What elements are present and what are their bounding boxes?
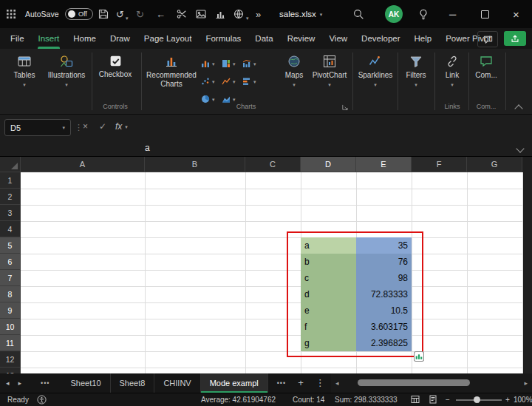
quick-analysis-button[interactable] (414, 351, 424, 362)
sheet-menu-button[interactable]: ⋮ (316, 373, 325, 393)
cancel-button[interactable]: × (83, 121, 88, 132)
row-header-11[interactable]: 11 (0, 335, 21, 351)
dialog-launcher-icon[interactable] (341, 104, 348, 111)
ribbon-tab-review[interactable]: Review (286, 28, 317, 49)
tables-button[interactable]: Tables ▾ (4, 54, 45, 87)
sheet-next-button[interactable]: ▸ (18, 379, 22, 387)
scroll-left-arrow[interactable]: ◂ (335, 373, 339, 393)
apps-icon[interactable] (6, 0, 16, 28)
insert-function-button[interactable]: fx ▾ (115, 121, 128, 132)
status-sum[interactable]: Sum: 298.3333333 (335, 393, 398, 406)
sheet-list-ellipsis[interactable]: ••• (41, 379, 50, 387)
cell-D10[interactable]: f (301, 319, 356, 335)
zoom-level[interactable]: 100% (514, 393, 532, 406)
row-header-10[interactable]: 10 (0, 319, 21, 335)
enter-button[interactable]: ✓ (99, 121, 106, 132)
cell-D6[interactable]: b (301, 254, 356, 270)
ribbon-tab-draw[interactable]: Draw (109, 28, 132, 49)
ribbon-tab-view[interactable]: View (327, 28, 349, 49)
sheet-canvas[interactable] (21, 172, 522, 373)
row-header-7[interactable]: 7 (0, 270, 21, 286)
scrollbar-thumb[interactable] (358, 379, 470, 386)
row-header-9[interactable]: 9 (0, 302, 21, 319)
minimize-button[interactable]: ─ (449, 0, 456, 28)
row-header-2[interactable]: 2 (0, 189, 21, 205)
row-header-6[interactable]: 6 (0, 254, 21, 270)
zoom-in-button[interactable]: + (505, 393, 510, 406)
ribbon-hierarchy-chart-button[interactable]: ▾ (222, 55, 242, 72)
formula-input[interactable]: a (145, 143, 150, 152)
comments-button[interactable] (477, 31, 498, 47)
add-sheet-button[interactable]: + (298, 373, 304, 393)
row-header-12[interactable]: 12 (0, 351, 21, 368)
ribbon-tab-insert[interactable]: Insert (37, 28, 61, 49)
row-header-13[interactable]: 13 (0, 368, 21, 373)
zoom-slider-thumb[interactable] (474, 396, 480, 403)
undo-button[interactable]: ↺ (116, 0, 124, 28)
cell-E10[interactable]: 3.603175 (356, 319, 412, 335)
recommended-charts-button[interactable]: Recommended Charts (145, 54, 198, 89)
link-button[interactable]: Link ▾ (437, 54, 467, 87)
column-header-D[interactable]: D (301, 157, 356, 172)
accessibility-icon[interactable] (37, 395, 47, 405)
illustrations-button[interactable]: Illustrations ▾ (46, 54, 87, 87)
sheet-tab-mode-exampl[interactable]: Mode exampl (201, 373, 268, 393)
cell-D8[interactable]: d (301, 286, 356, 302)
document-title[interactable]: sales.xlsx ▾ (279, 0, 322, 28)
autosave-toggle[interactable]: Off (65, 0, 93, 28)
column-header-C[interactable]: C (245, 157, 301, 172)
ribbon-line-chart-button[interactable]: ▾ (222, 72, 242, 90)
ribbon-tab-help[interactable]: Help (413, 28, 434, 49)
cell-E11[interactable]: 2.396825 (356, 335, 412, 351)
cell-D9[interactable]: e (301, 302, 356, 319)
cell-E6[interactable]: 76 (356, 254, 412, 270)
ribbon-tab-file[interactable]: File (9, 28, 26, 49)
maximize-button[interactable] (481, 0, 489, 28)
ribbon-combo-chart-button[interactable]: ▾ (242, 55, 263, 72)
status-average[interactable]: Average: 42.61904762 (201, 393, 276, 406)
cell-D7[interactable]: c (301, 270, 356, 286)
filters-button[interactable]: Filters ▾ (400, 54, 432, 87)
row-header-5[interactable]: 5 (0, 237, 21, 254)
comment-button[interactable]: Com... (470, 54, 502, 80)
search-icon[interactable] (352, 0, 364, 28)
share-button[interactable] (504, 31, 526, 46)
page-layout-view-icon[interactable] (429, 395, 437, 404)
pivotchart-button[interactable]: PivotChart ▾ (311, 54, 348, 87)
cell-E9[interactable]: 10.5 (356, 302, 412, 319)
cell-D5[interactable]: a (301, 237, 356, 254)
row-header-1[interactable]: 1 (0, 172, 21, 189)
cell-D11[interactable]: g (301, 335, 356, 351)
sparklines-button[interactable]: Sparklines ▾ (355, 54, 396, 87)
redo-button[interactable]: ↻ (136, 0, 144, 28)
cell-E7[interactable]: 98 (356, 270, 412, 286)
ribbon-tab-page-layout[interactable]: Page Layout (143, 28, 194, 49)
ribbon-tab-data[interactable]: Data (253, 28, 274, 49)
avatar[interactable]: AK (385, 0, 403, 28)
save-button[interactable] (98, 0, 109, 28)
name-box-resizer[interactable]: ⋮ (75, 123, 83, 132)
scroll-right-arrow[interactable]: ▸ (524, 373, 528, 393)
ribbon-bar-chart-button[interactable]: ▾ (242, 72, 263, 90)
chart-icon[interactable] (214, 0, 226, 28)
sheet-tab-sheet10[interactable]: Sheet10 (62, 373, 111, 393)
column-header-F[interactable]: F (412, 157, 467, 172)
column-header-B[interactable]: B (145, 157, 245, 172)
close-button[interactable]: × (513, 0, 519, 28)
row-header-3[interactable]: 3 (0, 205, 21, 221)
maps-button[interactable]: Maps ▾ (277, 54, 311, 87)
cut-icon[interactable] (176, 0, 188, 28)
select-all-button[interactable] (0, 157, 21, 172)
column-header-A[interactable]: A (21, 157, 145, 172)
cell-E8[interactable]: 72.83333 (356, 286, 412, 302)
sheet-tab-sheet8[interactable]: Sheet8 (111, 373, 155, 393)
ribbon-scatter-chart-button[interactable]: ▾ (201, 72, 222, 90)
overflow-button[interactable]: » (256, 0, 261, 28)
back-button[interactable]: ← (156, 0, 166, 28)
sheet-list-ellipsis-2[interactable]: ••• (277, 379, 286, 387)
horizontal-scrollbar[interactable]: ◂ ▸ (331, 373, 532, 393)
print-icon[interactable] (233, 0, 245, 28)
status-count[interactable]: Count: 14 (293, 393, 324, 406)
sheet-prev-button[interactable]: ◂ (6, 379, 10, 387)
row-header-4[interactable]: 4 (0, 221, 21, 237)
